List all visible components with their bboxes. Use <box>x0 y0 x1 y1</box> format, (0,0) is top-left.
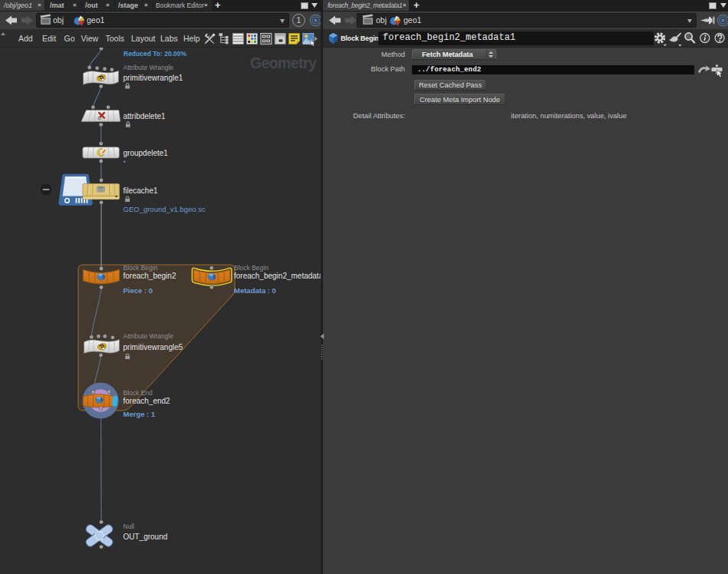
svg-text:Block Begin: Block Begin <box>124 264 158 272</box>
svg-text:filecache1: filecache1 <box>124 186 158 195</box>
svg-text:primitivewrangle1: primitivewrangle1 <box>124 74 183 82</box>
svg-text:Block End: Block End <box>124 389 153 397</box>
svg-text:*: * <box>124 159 127 167</box>
svg-text:foreach_begin2_metadata1: foreach_begin2_metadata1 <box>234 272 321 280</box>
svg-text:Merge : 1: Merge : 1 <box>124 410 156 418</box>
svg-text:groupdelete1: groupdelete1 <box>124 149 169 157</box>
svg-text:foreach_end2: foreach_end2 <box>124 397 171 405</box>
svg-text:Attribute Wrangle: Attribute Wrangle <box>124 64 174 71</box>
svg-text:Metadata : 0: Metadata : 0 <box>234 286 276 295</box>
svg-text:attribdelete1: attribdelete1 <box>124 112 166 120</box>
svg-text:Null: Null <box>124 523 135 530</box>
svg-text:primitivewrangle5: primitivewrangle5 <box>124 343 183 351</box>
svg-text:Piece : 0: Piece : 0 <box>124 286 153 295</box>
svg-text:Block Begin: Block Begin <box>234 264 268 272</box>
svg-text:Geometry: Geometry <box>250 54 317 71</box>
svg-text:Attribute Wrangle: Attribute Wrangle <box>124 332 174 340</box>
svg-text:OUT_ground: OUT_ground <box>124 533 168 541</box>
svg-text:GEO_ground_v1.bgeo.sc: GEO_ground_v1.bgeo.sc <box>124 205 206 213</box>
svg-text:Reduced To: 20.00%: Reduced To: 20.00% <box>124 50 186 58</box>
svg-text:foreach_begin2: foreach_begin2 <box>124 272 176 280</box>
